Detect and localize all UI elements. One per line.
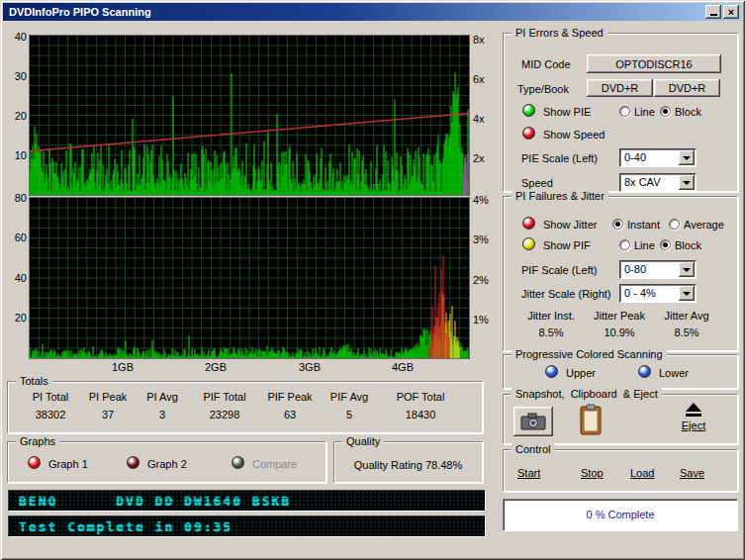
save-button[interactable]: Save <box>680 467 704 479</box>
pif-block-radio[interactable] <box>660 239 671 250</box>
graph2-led[interactable] <box>127 456 140 469</box>
quality-group-title: Quality <box>342 435 384 447</box>
speed-value: 8x CAV <box>624 176 660 188</box>
x-axis-tick: 4GB <box>383 361 422 373</box>
close-button[interactable]: × <box>723 5 739 19</box>
jitter-ytick: 3% <box>473 233 503 245</box>
jitter-inst-value: 8.5% <box>516 327 586 338</box>
eject-button[interactable]: Eject <box>670 403 717 431</box>
totals-header: PIF Avg <box>330 391 368 403</box>
show-speed-label: Show Speed <box>543 129 605 140</box>
jitter-scale-select[interactable]: 0 - 4% <box>619 284 697 303</box>
totals-value: 38302 <box>36 409 66 420</box>
totals-table: PI Total38302 PI Peak37 PI Avg3 PIF Tota… <box>20 391 474 420</box>
compare-label: Compare <box>252 458 297 470</box>
show-jitter-led[interactable] <box>522 217 535 230</box>
snapshot-button[interactable] <box>513 407 553 436</box>
speed-ytick: 2x <box>473 152 503 164</box>
pie-line-radio[interactable] <box>619 106 630 117</box>
eject-icon <box>686 403 701 417</box>
lower-led[interactable] <box>638 365 651 378</box>
start-button[interactable]: Start <box>517 467 540 479</box>
pif-scale-select[interactable]: 0-80 <box>619 260 697 279</box>
jitter-avg-label: Jitter Avg <box>652 310 721 322</box>
pif-ytick: 20 <box>3 312 27 324</box>
pie-scale-label: PIE Scale (Left) <box>521 152 598 164</box>
pif-ytick: 40 <box>3 272 27 284</box>
jitter-ytick: 1% <box>473 314 503 326</box>
jitter-instant-radio[interactable] <box>612 219 623 230</box>
progressive-scanning-title: Progressive Colored Scanning <box>512 348 667 360</box>
pie-block-radio[interactable] <box>660 106 671 117</box>
quality-rating: Quality Rating 78.48% <box>334 459 482 471</box>
jitter-scale-dropdown-button[interactable] <box>679 286 695 301</box>
totals-value: 5 <box>346 409 352 420</box>
totals-header: PI Avg <box>146 391 178 403</box>
pif-ytick: 80 <box>3 192 27 204</box>
show-pif-led[interactable] <box>522 237 535 250</box>
totals-col-pif-total: PIF Total23298 <box>190 391 259 420</box>
show-pie-label: Show PIE <box>543 106 591 118</box>
totals-col-pi-peak: PI Peak37 <box>81 391 135 420</box>
pi-failures-jitter-group: PI Failures & Jitter Show Jitter Instant… <box>503 196 738 351</box>
type-book-label: Type/Book <box>517 83 569 95</box>
pif-jitter-plot <box>30 198 469 358</box>
graphs-group-title: Graphs <box>16 435 59 447</box>
chevron-down-icon <box>683 268 691 272</box>
jitter-peak-label: Jitter Peak <box>585 310 654 322</box>
pie-ytick: 20 <box>3 110 27 122</box>
control-group: Control Start Stop Load Save <box>503 449 738 492</box>
lcd-status: Test Complete in 09:35 <box>8 515 486 537</box>
pif-line-radio[interactable] <box>619 239 630 250</box>
pie-scale-select[interactable]: 0-40 <box>619 148 697 167</box>
pif-ytick: 60 <box>3 232 27 243</box>
minimize-icon <box>710 14 717 16</box>
totals-value: 23298 <box>210 409 240 420</box>
lcd-drive-info: BENQ DVD DD DW1640 BSKB <box>8 490 486 512</box>
graph1-led[interactable] <box>28 456 41 469</box>
mid-code-box[interactable]: OPTODISCR16 <box>587 54 721 73</box>
progress-bar: 0 % Complete <box>503 499 738 531</box>
pie-ytick: 30 <box>3 70 27 82</box>
totals-group: Totals PI Total38302 PI Peak37 PI Avg3 P… <box>7 381 483 433</box>
snapshot-clipboard-eject-group: Snapshot, Clipboard & Eject <box>503 394 738 444</box>
pie-line-label: Line <box>634 106 655 118</box>
x-axis-tick: 3GB <box>290 361 329 373</box>
lower-label: Lower <box>659 367 689 379</box>
camera-icon <box>520 413 546 430</box>
compare-led <box>232 456 244 469</box>
totals-header: PIF Peak <box>267 391 312 403</box>
jitter-average-label: Average <box>684 219 724 231</box>
close-icon: × <box>728 6 734 19</box>
book-type-button[interactable]: DVD+R <box>654 79 720 97</box>
app-window: DVDInfoPro PIPO Scanning × 40 30 20 10 8… <box>0 0 745 560</box>
pie-errors-plot <box>30 36 469 195</box>
pie-ytick: 40 <box>3 31 27 43</box>
pie-scale-dropdown-button[interactable] <box>679 150 695 165</box>
totals-header: PI Total <box>33 391 69 403</box>
jitter-average-radio[interactable] <box>669 219 680 230</box>
speed-ytick: 6x <box>473 73 503 85</box>
speed-dropdown-button[interactable] <box>679 175 695 190</box>
jitter-peak-value: 10.9% <box>585 327 654 338</box>
minimize-button[interactable] <box>705 5 721 19</box>
stop-button[interactable]: Stop <box>581 467 604 479</box>
clipboard-button[interactable] <box>579 404 603 437</box>
load-button[interactable]: Load <box>630 467 654 479</box>
show-pie-led[interactable] <box>522 104 535 117</box>
speed-select[interactable]: 8x CAV <box>619 173 697 192</box>
upper-led[interactable] <box>545 365 558 378</box>
pif-block-label: Block <box>675 239 701 251</box>
disc-type-value: DVD+R <box>602 82 639 94</box>
pif-scale-dropdown-button[interactable] <box>679 262 695 277</box>
disc-type-button[interactable]: DVD+R <box>587 79 653 97</box>
mid-code-value: OPTODISCR16 <box>615 58 692 70</box>
totals-value: 3 <box>159 409 165 420</box>
totals-header: PI Peak <box>89 391 128 403</box>
lcd-drive-text: BENQ DVD DD DW1640 BSKB <box>19 494 291 509</box>
x-axis-tick: 2GB <box>196 361 235 373</box>
show-speed-led[interactable] <box>522 127 535 140</box>
chevron-down-icon <box>683 292 691 296</box>
totals-group-title: Totals <box>16 375 52 387</box>
chevron-down-icon <box>683 181 691 185</box>
